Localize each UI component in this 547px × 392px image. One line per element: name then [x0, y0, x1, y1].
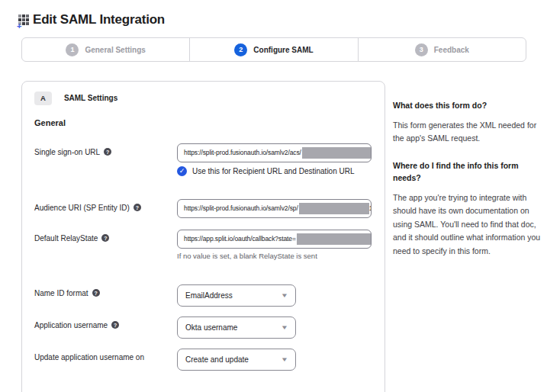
appusername-selected-value: Okta username	[185, 323, 237, 332]
page-title: Edit SAML Integration	[33, 12, 165, 27]
nameid-label-cell: Name ID format ?	[34, 284, 177, 297]
appusername-control-cell: Okta username ▼	[177, 316, 372, 339]
nameid-control-cell: EmailAddress ▼	[177, 284, 372, 307]
sso-url-input[interactable]: https://split-prod.fusionauth.io/samlv2/…	[177, 143, 372, 162]
sidebar-answer-1: This form generates the XML needed for t…	[393, 119, 542, 146]
field-row-audience: Audience URI (SP Entity ID) ? https://sp…	[34, 199, 372, 218]
chevron-down-icon: ▼	[281, 324, 288, 331]
saml-settings-panel: A SAML Settings General Single sign-on U…	[21, 81, 385, 392]
section-heading-general: General	[34, 118, 372, 127]
redacted-value	[302, 147, 371, 159]
audience-uri-input[interactable]: https://split-prod.fusionauth.io/samlv2/…	[177, 199, 372, 218]
update-username-label-cell: Update application username on	[34, 349, 177, 361]
help-icon[interactable]: ?	[101, 234, 109, 242]
update-username-select[interactable]: Create and update ▼	[177, 349, 296, 371]
step-2-label: Configure SAML	[253, 46, 313, 54]
update-username-label: Update application username on	[34, 353, 144, 361]
sso-label-cell: Single sign-on URL ?	[34, 143, 177, 156]
audience-uri-suffix: 1	[369, 204, 372, 212]
sidebar-question-1: What does this form do?	[393, 100, 542, 112]
plus-glyph: +	[17, 22, 21, 31]
panel-title: SAML Settings	[64, 94, 117, 102]
nameid-selected-value: EmailAddress	[185, 291, 233, 300]
appusername-label: Application username	[34, 321, 108, 329]
tab-general-settings[interactable]: 1 General Settings	[22, 38, 189, 61]
relaystate-label: Default RelayState	[34, 234, 98, 243]
tab-feedback[interactable]: 3 Feedback	[358, 38, 526, 61]
sidebar-answer-2: The app you're trying to integrate with …	[393, 191, 542, 259]
recipient-url-checkbox[interactable]: ✓	[177, 166, 187, 176]
help-sidebar: What does this form do? This form genera…	[393, 81, 542, 273]
help-icon[interactable]: ?	[104, 148, 111, 156]
panel-header: A SAML Settings	[34, 92, 372, 105]
nameid-select[interactable]: EmailAddress ▼	[177, 284, 296, 307]
main-content: A SAML Settings General Single sign-on U…	[21, 81, 547, 392]
help-icon[interactable]: ?	[111, 321, 119, 329]
help-icon[interactable]: ?	[134, 204, 141, 211]
audience-label: Audience URI (SP Entity ID)	[34, 204, 130, 212]
tab-configure-saml[interactable]: 2 Configure SAML	[189, 38, 357, 61]
sso-control-cell: https://split-prod.fusionauth.io/samlv2/…	[177, 143, 372, 176]
relaystate-control-cell: https://app.split.io/oauth/callback?stat…	[177, 230, 372, 260]
sidebar-question-2: Where do I find the info this form needs…	[393, 160, 542, 185]
field-row-sso: Single sign-on URL ? https://split-prod.…	[34, 143, 372, 176]
relaystate-hint: If no value is set, a blank RelayState i…	[177, 252, 372, 260]
sso-url-value: https://split-prod.fusionauth.io/samlv2/…	[184, 149, 301, 156]
relaystate-label-cell: Default RelayState ?	[34, 230, 177, 243]
section-badge: A	[34, 92, 52, 105]
recipient-url-check-row: ✓ Use this for Recipient URL and Destina…	[177, 166, 372, 176]
audience-uri-value: https://split-prod.fusionauth.io/samlv2/…	[184, 204, 298, 212]
page-header: + Edit SAML Integration	[0, 0, 547, 27]
update-username-control-cell: Create and update ▼	[177, 349, 372, 371]
recipient-url-check-label: Use this for Recipient URL and Destinati…	[192, 167, 355, 175]
app-grid-plus-icon: +	[18, 14, 31, 27]
field-row-update-username: Update application username on Create an…	[34, 349, 372, 371]
nameid-label: Name ID format	[34, 289, 88, 297]
step-3-number: 3	[415, 43, 428, 56]
appusername-select[interactable]: Okta username ▼	[177, 316, 296, 339]
chevron-down-icon: ▼	[281, 356, 288, 363]
step-3-label: Feedback	[434, 46, 469, 54]
step-1-label: General Settings	[85, 46, 145, 54]
audience-control-cell: https://split-prod.fusionauth.io/samlv2/…	[177, 199, 372, 218]
audience-label-cell: Audience URI (SP Entity ID) ?	[34, 199, 177, 212]
relaystate-value: https://app.split.io/oauth/callback?stat…	[184, 235, 296, 243]
update-username-selected-value: Create and update	[185, 355, 249, 364]
field-row-relaystate: Default RelayState ? https://app.split.i…	[34, 230, 372, 260]
redacted-value	[297, 233, 372, 245]
appusername-label-cell: Application username ?	[34, 316, 177, 329]
field-row-nameid: Name ID format ? EmailAddress ▼	[34, 284, 372, 307]
wizard-steps: 1 General Settings 2 Configure SAML 3 Fe…	[21, 37, 526, 62]
step-1-number: 1	[66, 43, 79, 56]
sso-label: Single sign-on URL	[34, 148, 100, 156]
redacted-value	[299, 203, 369, 214]
step-2-number: 2	[234, 43, 247, 56]
field-row-appusername: Application username ? Okta username ▼	[34, 316, 372, 339]
relaystate-input[interactable]: https://app.split.io/oauth/callback?stat…	[177, 230, 372, 249]
chevron-down-icon: ▼	[281, 292, 288, 299]
help-icon[interactable]: ?	[92, 289, 100, 297]
